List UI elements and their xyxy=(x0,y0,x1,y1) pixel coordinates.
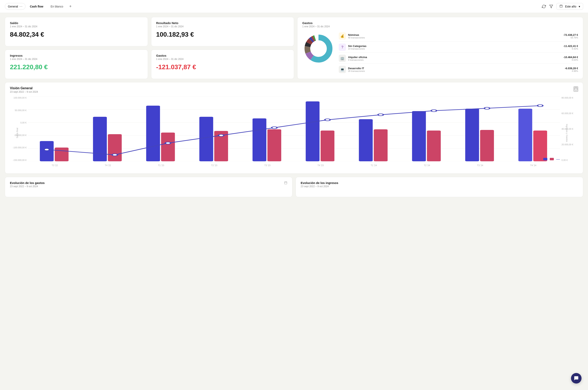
desarrolloit-info: Desarrollo IT 26 transacciones xyxy=(348,67,563,72)
bar-expense-0 xyxy=(55,147,68,161)
gastos-item-alquiler: 🏢 Alquiler oficina 9 transacciones -10.4… xyxy=(339,53,578,64)
sincategorias-name: Sin Categorías xyxy=(348,45,561,48)
ingresos-date: 1 ene 2024 – 31 dic 2024 xyxy=(10,58,143,60)
desarrolloit-pct: 4.98% xyxy=(565,70,578,72)
saldo-card: Saldo 1 ene 2024 – 31 dic 2024 84.802,34… xyxy=(5,17,148,46)
chevron-down-icon: ▾ xyxy=(579,5,580,8)
line-dot-7 xyxy=(431,110,436,112)
nominas-amount-val: -72.438,27 € xyxy=(563,33,578,36)
evolucion-ingresos-card: Evolución de los ingresos 23 sept 2022 –… xyxy=(296,177,583,197)
resultado-card: Resultado Neto 1 ene 2024 – 31 dic 2024 … xyxy=(151,17,294,46)
refresh-button[interactable] xyxy=(542,4,546,8)
alquiler-icon: 🏢 xyxy=(339,55,346,62)
chart-svg xyxy=(28,97,560,161)
date-selector[interactable]: Este año ▾ xyxy=(556,3,583,10)
alquiler-amount-val: -10.464,84 € xyxy=(563,56,578,59)
bar-income-5 xyxy=(306,101,319,161)
bar-expense-5 xyxy=(320,131,334,161)
x-axis: T3 '22 T4 '22 T1 '23 T2 '23 T3 '23 T4 '2… xyxy=(28,161,560,169)
desarrolloit-amount-val: -6.039,28 € xyxy=(565,67,578,70)
sincategorias-amount: -11.422,41 € 9.42% xyxy=(563,45,578,50)
bar-income-1 xyxy=(93,117,107,161)
alquiler-name: Alquiler oficina xyxy=(348,56,561,59)
x-label-2: T1 '23 xyxy=(158,164,164,167)
saldo-date: 1 ene 2024 – 31 dic 2024 xyxy=(10,25,143,28)
bar-income-0 xyxy=(40,141,54,161)
alquiler-trans: 9 transacciones xyxy=(348,59,561,61)
y-left-label-2: 0,00 € xyxy=(20,121,27,124)
line-dot-4 xyxy=(272,127,277,129)
resultado-date: 1 ene 2024 – 31 dic 2024 xyxy=(156,25,289,28)
alquiler-pct: 8.63% xyxy=(563,59,578,61)
nominas-trans: 40 transacciones xyxy=(348,36,561,39)
x-label-8: T3 '24 xyxy=(477,164,483,167)
svg-rect-24 xyxy=(284,182,287,184)
svg-marker-0 xyxy=(549,5,553,8)
gastos-item-desarrolloit: 💻 Desarrollo IT 26 transacciones -6.039,… xyxy=(339,64,578,75)
chart-header: Visión General 23 sept 2022 – 9 oct 2024 xyxy=(10,86,578,93)
evolucion-ingresos-title: Evolución de los ingresos xyxy=(301,181,338,185)
y-axis-title-left: Saldo final xyxy=(16,128,18,138)
chart-inner xyxy=(28,97,560,161)
tab-cashflow[interactable]: Cash flow xyxy=(27,4,46,9)
tab-general[interactable]: General ⋯ xyxy=(5,3,26,10)
bar-income-2 xyxy=(146,106,160,161)
alquiler-info: Alquiler oficina 9 transacciones xyxy=(348,56,561,61)
x-label-7: T2 '24 xyxy=(424,164,430,167)
tab-enblanco[interactable]: En blanco xyxy=(48,4,66,9)
chat-button[interactable] xyxy=(571,373,582,384)
nav-icons: Este año ▾ xyxy=(542,3,583,10)
gastos-small-value: -121.037,87 € xyxy=(156,63,289,71)
tab-add[interactable]: + xyxy=(68,3,73,9)
cards-left: Saldo 1 ene 2024 – 31 dic 2024 84.802,34… xyxy=(5,17,148,79)
x-label-3: T2 '23 xyxy=(211,164,217,167)
y-axis-left: 100.000,00 € 50.000,00 € 0,00 € -50.000,… xyxy=(10,97,28,161)
line-dot-2 xyxy=(165,142,171,144)
evolucion-gastos-title: Evolución de los gastos xyxy=(10,181,45,185)
y-left-label-0: 100.000,00 € xyxy=(14,97,27,99)
bar-expense-7 xyxy=(427,131,441,161)
ingresos-title: Ingresos xyxy=(10,54,143,57)
top-nav: General ⋯ Cash flow En blanco + Este año… xyxy=(0,0,588,13)
svg-rect-1 xyxy=(560,5,562,7)
sincategorias-info: Sin Categorías 14 transacciones xyxy=(348,45,561,50)
evolucion-ingresos-date: 23 sept 2022 – 9 oct 2024 xyxy=(301,185,338,188)
x-label-5: T4 '23 xyxy=(317,164,323,167)
calendar-icon xyxy=(559,4,563,8)
desarrolloit-amount: -6.039,28 € 4.98% xyxy=(565,67,578,72)
x-label-6: T1 '24 xyxy=(371,164,377,167)
nominas-pct: 59.76% xyxy=(563,36,578,39)
bottom-cards: Evolución de los gastos 23 sept 2022 – 9… xyxy=(5,177,583,197)
bar-expense-9 xyxy=(533,131,547,161)
bar-expense-4 xyxy=(268,129,281,161)
chart-date: 23 sept 2022 – 9 oct 2024 xyxy=(10,91,38,93)
refresh-icon xyxy=(542,4,546,8)
line-dot-6 xyxy=(378,114,383,116)
x-label-0: T3 '22 xyxy=(52,164,58,167)
desarrolloit-name: Desarrollo IT xyxy=(348,67,563,70)
filter-icon xyxy=(549,4,553,8)
y-axis-title-right: Ingresos y Gastos xyxy=(566,124,568,142)
donut-chart xyxy=(302,32,335,65)
chart-title: Visión General xyxy=(10,86,38,90)
sincategorias-trans: 14 transacciones xyxy=(348,48,561,50)
line-dot-8 xyxy=(484,107,490,109)
evolucion-gastos-date: 23 sept 2022 – 9 oct 2024 xyxy=(10,185,45,188)
gastos-small-date: 1 ene 2024 – 31 dic 2024 xyxy=(156,58,289,60)
bar-income-7 xyxy=(412,111,426,161)
bar-income-9 xyxy=(518,109,532,161)
gastos-panel: Gastos 1 ene 2024 – 31 dic 2024 xyxy=(297,17,583,79)
bar-income-8 xyxy=(465,109,479,161)
chart-area: 100.000,00 € 50.000,00 € 0,00 € -50.000,… xyxy=(10,97,578,169)
tab-general-label: General xyxy=(8,5,18,8)
gastos-list: 💰 Nóminas 40 transacciones -72.438,27 € … xyxy=(339,31,578,75)
chart-calendar-button[interactable] xyxy=(574,86,578,92)
line-dot-1 xyxy=(112,154,117,156)
svg-rect-14 xyxy=(574,88,577,90)
filter-button[interactable] xyxy=(549,4,553,8)
date-label: Este año xyxy=(565,5,576,8)
ingresos-card: Ingresos 1 ene 2024 – 31 dic 2024 221.22… xyxy=(5,49,148,79)
evolucion-gastos-calendar-button[interactable] xyxy=(284,181,287,185)
tab-general-dots: ⋯ xyxy=(19,4,22,8)
bar-expense-6 xyxy=(374,129,387,161)
